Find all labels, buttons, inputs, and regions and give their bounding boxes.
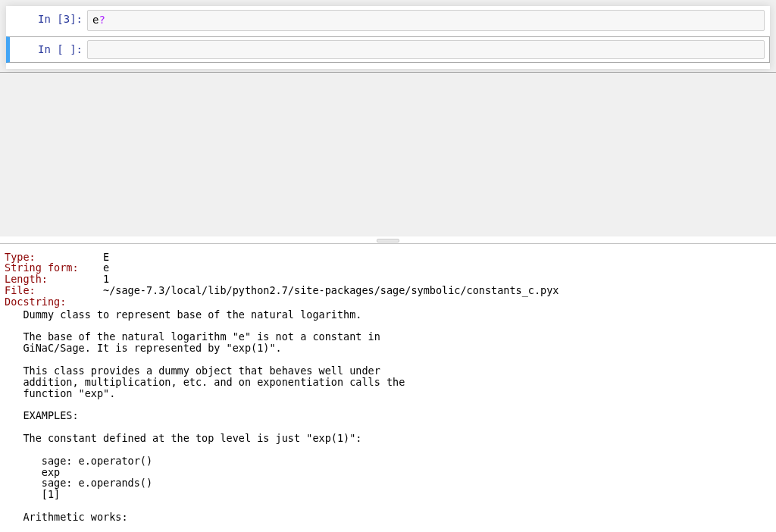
code-input[interactable]: e? [87, 10, 765, 31]
doc-row: File: ~/sage-7.3/local/lib/python2.7/sit… [5, 285, 771, 296]
code-cell[interactable]: In [3]: e? [6, 6, 770, 35]
doc-val: e [103, 262, 109, 274]
docstring-body: Dummy class to represent base of the nat… [5, 309, 771, 523]
doc-val: E [103, 252, 109, 263]
pager-output[interactable]: Type: E String form: e Length: 1 File: ~… [0, 244, 776, 533]
doc-row: Length: 1 [5, 274, 771, 285]
doc-val: 1 [103, 274, 109, 285]
doc-key: File: [5, 285, 103, 296]
notebook-cells-wrap: In [3]: e? In [ ]: [6, 6, 770, 69]
notebook-background [0, 73, 776, 236]
doc-row: String form: e [5, 262, 771, 274]
doc-val: ~/sage-7.3/local/lib/python2.7/site-pack… [103, 285, 559, 296]
code-cell[interactable]: In [ ]: [6, 36, 770, 63]
doc-key: Type: [5, 252, 103, 263]
doc-key: String form: [5, 262, 103, 274]
doc-header-table: Type: E String form: e Length: 1 File: ~… [5, 252, 771, 308]
pager-splitter[interactable] [0, 236, 776, 244]
doc-row: Docstring: [5, 296, 771, 308]
doc-key: Length: [5, 274, 103, 285]
input-prompt: In [ ]: [11, 40, 87, 58]
code-input[interactable] [87, 40, 765, 59]
drag-handle-icon[interactable] [377, 239, 399, 243]
doc-row: Type: E [5, 252, 771, 263]
doc-key: Docstring: [5, 296, 103, 308]
notebook-container: In [3]: e? In [ ]: [0, 0, 776, 73]
input-prompt: In [3]: [11, 10, 87, 28]
